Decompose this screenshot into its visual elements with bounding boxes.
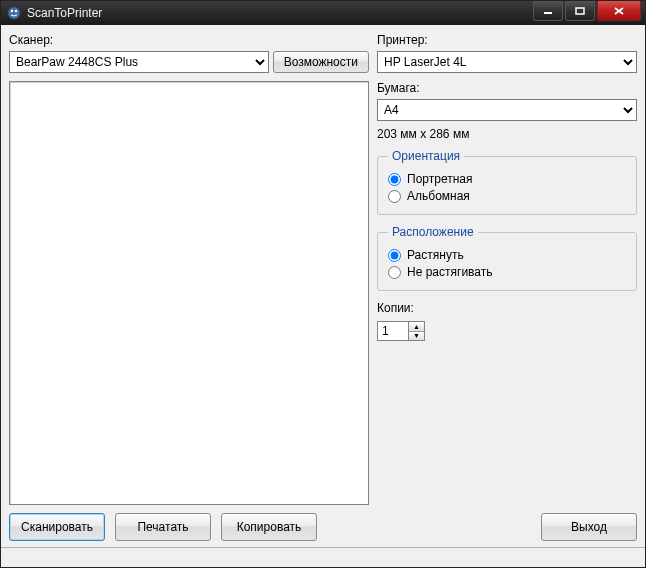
orientation-landscape-label: Альбомная	[407, 189, 470, 203]
copies-label: Копии:	[377, 301, 637, 315]
preview-area	[9, 81, 369, 505]
layout-nostretch-row[interactable]: Не растягивать	[388, 265, 626, 279]
titlebar: ScanToPrinter	[1, 1, 645, 25]
copies-spinner: ▲ ▼	[409, 321, 425, 341]
paper-label: Бумага:	[377, 81, 637, 95]
window-buttons	[533, 1, 645, 25]
printer-label: Принтер:	[377, 33, 637, 47]
bottom-bar: Сканировать Печатать Копировать Выход	[9, 513, 637, 541]
left-column: Сканер: BearPaw 2448CS Plus Возможности	[9, 31, 369, 505]
layout-stretch-label: Растянуть	[407, 248, 464, 262]
layout-stretch-radio[interactable]	[388, 249, 401, 262]
svg-point-0	[8, 7, 20, 19]
copies-input[interactable]	[377, 321, 409, 341]
app-window: ScanToPrinter Сканер:	[0, 0, 646, 568]
scanner-select[interactable]: BearPaw 2448CS Plus	[9, 51, 269, 73]
maximize-button[interactable]	[565, 1, 595, 21]
orientation-landscape-radio[interactable]	[388, 190, 401, 203]
close-button[interactable]	[597, 1, 641, 21]
layout-nostretch-label: Не растягивать	[407, 265, 493, 279]
status-bar	[1, 547, 645, 567]
copies-spin-up[interactable]: ▲	[409, 322, 424, 332]
orientation-portrait-label: Портретная	[407, 172, 472, 186]
scanner-label: Сканер:	[9, 33, 369, 47]
orientation-portrait-radio[interactable]	[388, 173, 401, 186]
printer-select[interactable]: HP LaserJet 4L	[377, 51, 637, 73]
print-button[interactable]: Печатать	[115, 513, 211, 541]
paper-select[interactable]: A4	[377, 99, 637, 121]
exit-button[interactable]: Выход	[541, 513, 637, 541]
orientation-legend: Ориентация	[388, 149, 464, 163]
svg-rect-4	[576, 8, 584, 14]
layout-nostretch-radio[interactable]	[388, 266, 401, 279]
window-title: ScanToPrinter	[27, 6, 533, 20]
copy-button[interactable]: Копировать	[221, 513, 317, 541]
right-column: Принтер: HP LaserJet 4L Бумага: A4 203 м…	[377, 31, 637, 505]
svg-point-1	[11, 10, 13, 12]
app-icon	[7, 6, 21, 20]
layout-stretch-row[interactable]: Растянуть	[388, 248, 626, 262]
capabilities-button[interactable]: Возможности	[273, 51, 369, 73]
client-area: Сканер: BearPaw 2448CS Plus Возможности …	[1, 25, 645, 547]
scan-button[interactable]: Сканировать	[9, 513, 105, 541]
svg-point-2	[15, 10, 17, 12]
paper-dimensions: 203 мм x 286 мм	[377, 127, 637, 141]
svg-rect-3	[544, 12, 552, 14]
orientation-portrait-row[interactable]: Портретная	[388, 172, 626, 186]
orientation-landscape-row[interactable]: Альбомная	[388, 189, 626, 203]
orientation-group: Ориентация Портретная Альбомная	[377, 149, 637, 215]
minimize-button[interactable]	[533, 1, 563, 21]
layout-group: Расположение Растянуть Не растягивать	[377, 225, 637, 291]
layout-legend: Расположение	[388, 225, 478, 239]
copies-spin-down[interactable]: ▼	[409, 332, 424, 341]
